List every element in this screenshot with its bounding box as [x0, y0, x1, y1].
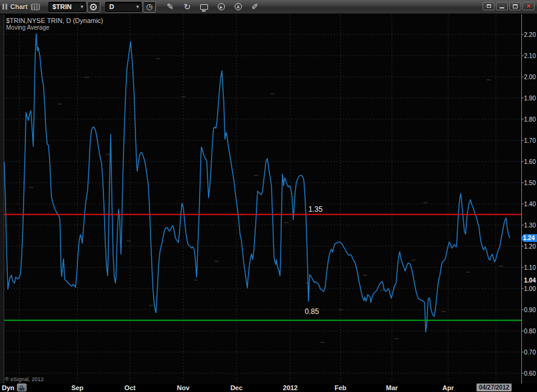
symbol-input[interactable]: $TRIN ▾: [48, 2, 86, 12]
price-tick-label: 1.70: [521, 137, 536, 144]
time-template-lock-button[interactable]: [17, 384, 27, 391]
toolbar: Chart $TRIN ▾ D ▾ ◷ ✎ ↻ ▶ A: [0, 0, 537, 14]
replay-button[interactable]: ▶: [214, 1, 229, 13]
price-tick-label: 1.30: [521, 222, 536, 229]
quote-board-button[interactable]: [197, 1, 212, 13]
month-tick-label: Nov: [177, 384, 190, 391]
refresh-button[interactable]: ↻: [180, 1, 195, 13]
month-tick-label: 2012: [283, 384, 298, 391]
lock-icon: [19, 388, 24, 391]
month-tick-label: Mar: [386, 384, 398, 391]
dyn-mode-group: Dyn: [2, 384, 27, 391]
time-axis[interactable]: Dyn 04/27/2012 SepOctNovDec2012FebMarApr: [0, 384, 537, 392]
month-tick-label: Sep: [71, 384, 83, 391]
price-tick-label: 2.20: [521, 31, 536, 38]
symbol-value: $TRIN: [53, 3, 77, 10]
month-tick-label: Apr: [443, 384, 454, 391]
interval-value: D: [109, 3, 132, 10]
last-date-marker: 04/27/2012: [477, 384, 512, 391]
copyright-text: ® eSignal, 2012: [5, 376, 44, 382]
time-interval-button[interactable]: ◷: [143, 1, 156, 13]
target-icon: [90, 4, 97, 10]
price-tick-label: 2.10: [521, 53, 536, 59]
price-tick-label: 1.90: [521, 95, 536, 102]
window-title: Chart: [10, 3, 28, 10]
quote-board-icon: [200, 4, 208, 10]
price-axis[interactable]: 2.202.102.001.901.801.701.601.501.401.30…: [521, 15, 537, 384]
letter-a-icon: A: [235, 3, 242, 10]
symbol-lookup-button[interactable]: [87, 1, 100, 13]
moving-average-value-label: 1.04: [521, 277, 536, 284]
restore-button[interactable]: [483, 2, 495, 10]
dyn-mode-label: Dyn: [2, 384, 15, 391]
chart-symbol-title: $TRIN,NYSE TRIN, D (Dynamic): [6, 17, 103, 24]
auto-scale-button[interactable]: A: [231, 1, 246, 13]
close-icon: ×: [526, 2, 530, 10]
price-tick-label: 0.90: [521, 307, 536, 313]
restore-icon: [487, 4, 491, 8]
pencil-icon: ✎: [167, 2, 174, 11]
month-tick-label: Dec: [230, 384, 242, 391]
chart-link-badge[interactable]: [31, 4, 40, 10]
eraser-button[interactable]: ✐: [248, 1, 262, 13]
price-tick-label: 2.00: [521, 74, 536, 80]
resistance-level-label: 1.35: [308, 205, 322, 214]
clock-icon: ◷: [146, 2, 152, 11]
draw-tool-button[interactable]: ✎: [163, 1, 178, 13]
month-tick-label: Oct: [125, 384, 135, 391]
minimize-icon: [500, 7, 504, 8]
price-tick-label: 1.60: [521, 158, 536, 165]
price-tick-label: 0.60: [521, 370, 536, 377]
play-icon: ▶: [218, 3, 225, 10]
price-tick-label: 0.70: [521, 349, 536, 356]
price-chart-canvas[interactable]: [0, 15, 537, 392]
support-level-label: 0.85: [305, 307, 319, 316]
plot-left-margin: [0, 15, 4, 392]
window-controls: ×: [483, 2, 535, 10]
price-tick-label: 1.20: [521, 243, 536, 250]
price-tick-label: 1.40: [521, 201, 536, 207]
refresh-icon: ↻: [184, 2, 191, 11]
last-price-badge: 1.24: [521, 234, 537, 242]
maximize-icon: [513, 4, 518, 8]
minimize-button[interactable]: [496, 2, 508, 10]
chart-window: Chart $TRIN ▾ D ▾ ◷ ✎ ↻ ▶ A: [0, 0, 537, 392]
chart-study-title: Moving Average: [6, 24, 50, 31]
price-tick-label: 1.80: [521, 116, 536, 123]
maximize-button[interactable]: [509, 2, 521, 10]
chevron-down-icon[interactable]: ▾: [136, 4, 139, 10]
price-tick-label: 1.10: [521, 264, 536, 271]
price-tick-label: 1.50: [521, 180, 536, 186]
chart-plot-area[interactable]: $TRIN,NYSE TRIN, D (Dynamic) Moving Aver…: [0, 15, 537, 392]
price-tick-label: 0.80: [521, 328, 536, 335]
close-button[interactable]: ×: [522, 2, 535, 10]
chart-window-icon: [2, 4, 7, 10]
month-tick-label: Feb: [334, 384, 347, 391]
price-tick-label: 1.00: [521, 286, 536, 292]
eraser-icon: ✐: [252, 2, 259, 11]
chevron-down-icon[interactable]: ▾: [80, 4, 83, 10]
interval-select[interactable]: D ▾: [105, 2, 142, 12]
